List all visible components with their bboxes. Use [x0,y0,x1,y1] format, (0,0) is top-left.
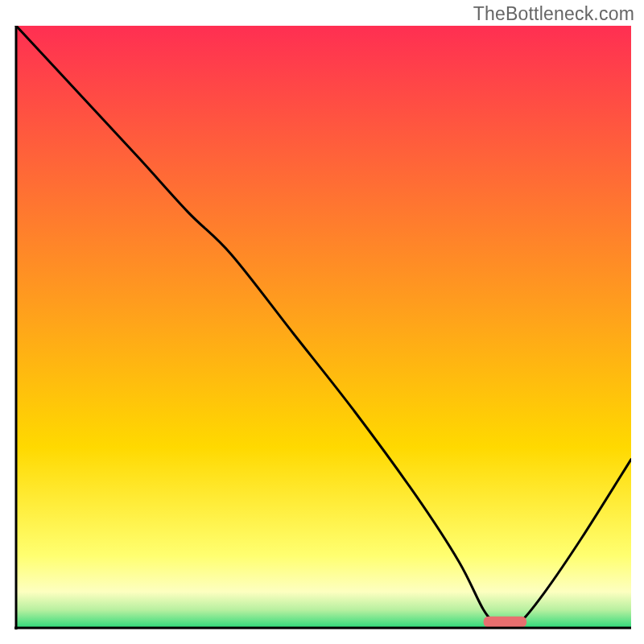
bottleneck-chart [14,26,631,631]
watermark-text: TheBottleneck.com [473,3,634,25]
optimal-range-marker [484,617,526,627]
gradient-background [16,26,631,628]
chart-container: TheBottleneck.com [0,0,644,644]
plot-area [14,26,631,631]
